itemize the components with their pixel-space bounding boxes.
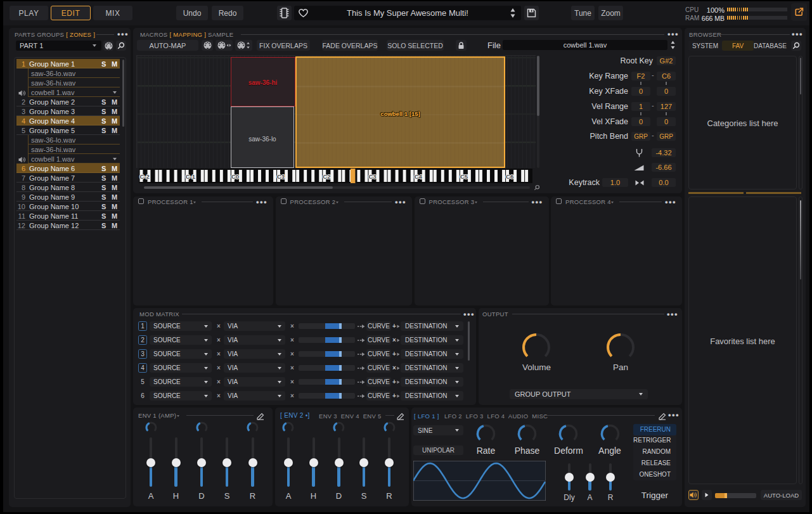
svg-text:C5: C5	[460, 173, 468, 180]
svg-text:C4: C4	[415, 173, 423, 180]
svg-text:C-2: C-2	[140, 173, 150, 180]
svg-text:C1: C1	[277, 173, 285, 180]
svg-text:C2: C2	[323, 173, 330, 180]
svg-text:C-1: C-1	[186, 173, 196, 180]
svg-text:C3: C3	[369, 173, 377, 180]
svg-text:C6: C6	[506, 173, 513, 180]
svg-text:C0: C0	[231, 173, 239, 180]
